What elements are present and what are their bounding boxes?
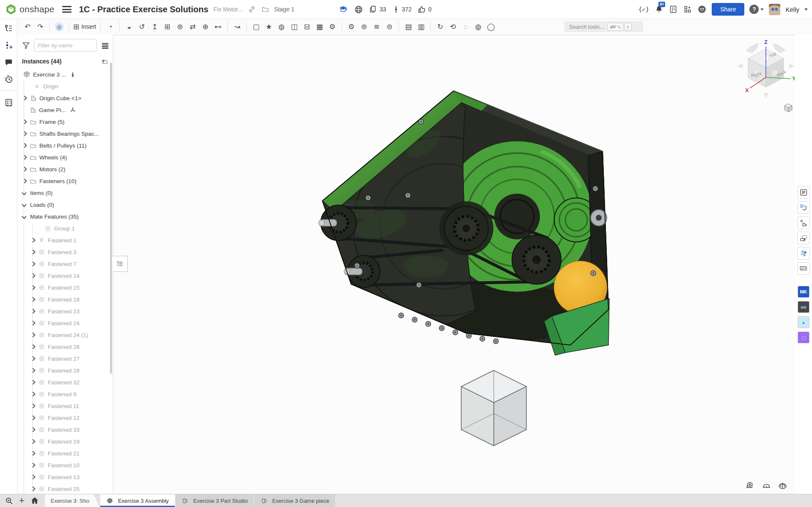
collapse-panel-handle[interactable] bbox=[113, 256, 128, 272]
explode-icon[interactable]: ↻ bbox=[434, 20, 446, 33]
tree-row[interactable]: Fastened 3 bbox=[17, 246, 113, 258]
assembly-render[interactable] bbox=[318, 85, 614, 357]
collaborate-icon[interactable]: ◫ bbox=[288, 20, 300, 33]
add-folder-icon[interactable] bbox=[99, 57, 109, 66]
version-count[interactable]: 372 bbox=[392, 5, 412, 13]
tree-row[interactable]: Fastened 9 bbox=[17, 388, 113, 400]
expand-right-icon[interactable] bbox=[21, 131, 27, 137]
expand-right-icon[interactable] bbox=[21, 166, 27, 172]
expand-right-icon[interactable] bbox=[30, 450, 36, 456]
tree-row[interactable]: Fastened 27 bbox=[17, 353, 113, 364]
named-views-icon[interactable]: ◔ bbox=[104, 20, 116, 33]
expand-right-icon[interactable] bbox=[21, 154, 27, 160]
tree-row[interactable]: Fastened 24 (1) bbox=[17, 329, 113, 341]
expand-down-icon[interactable] bbox=[21, 190, 27, 196]
tree-row[interactable]: Fastened 13 bbox=[17, 471, 113, 483]
tab-exercise-3-assembly[interactable]: Exercise 3 Assembly bbox=[100, 494, 175, 507]
game-piece-cube[interactable] bbox=[458, 369, 530, 449]
tasks-icon[interactable] bbox=[3, 97, 14, 108]
tree-row[interactable]: Fastened 21 bbox=[17, 447, 113, 459]
expand-right-icon[interactable] bbox=[30, 296, 36, 302]
tree-row[interactable]: Motors (2) bbox=[17, 163, 113, 175]
expand-right-icon[interactable] bbox=[30, 356, 36, 362]
tab-exercise-3-part-studio[interactable]: Exercise 3 Part Studio bbox=[176, 494, 254, 507]
tree-row[interactable]: Fastened 7 bbox=[17, 258, 113, 270]
tree-row[interactable]: Fastened 14 bbox=[17, 270, 113, 282]
expand-right-icon[interactable] bbox=[21, 178, 27, 184]
tape-measure-icon[interactable] bbox=[745, 481, 755, 491]
protractor-icon[interactable] bbox=[761, 481, 771, 491]
gear-icon[interactable]: ⊚ bbox=[358, 20, 370, 33]
share-button[interactable]: Share bbox=[712, 3, 744, 16]
pattern-icon[interactable]: ▦ bbox=[313, 20, 326, 33]
expand-right-icon[interactable] bbox=[30, 391, 36, 397]
redo-icon[interactable]: ↷ bbox=[34, 20, 47, 33]
expand-right-icon[interactable] bbox=[21, 119, 27, 125]
expand-right-icon[interactable] bbox=[30, 308, 36, 314]
tree-row[interactable]: Fastened 26 bbox=[17, 341, 113, 353]
tree-row[interactable]: Loads (0) bbox=[17, 199, 113, 211]
home-tab-icon[interactable] bbox=[30, 496, 39, 505]
model-viewport[interactable]: Top Right Back Z Y X bbox=[113, 35, 795, 494]
part-configs-icon[interactable] bbox=[797, 217, 810, 229]
expand-right-icon[interactable] bbox=[21, 143, 27, 148]
relations-gears-icon[interactable]: ⚙ bbox=[326, 20, 339, 33]
selection-box-icon[interactable]: ▢ bbox=[250, 20, 262, 33]
help-icon[interactable]: ? bbox=[749, 5, 759, 14]
tree-row[interactable]: Group 1 bbox=[17, 222, 113, 234]
expand-right-icon[interactable] bbox=[30, 237, 36, 243]
comments-icon[interactable] bbox=[3, 57, 14, 68]
expand-right-icon[interactable] bbox=[30, 415, 36, 421]
bom-insert-icon[interactable]: ▥ bbox=[415, 20, 427, 33]
assistant-icon[interactable] bbox=[697, 5, 707, 14]
filter-funnel-icon[interactable] bbox=[21, 41, 30, 50]
tree-row[interactable]: Fastened 25 bbox=[17, 483, 113, 494]
expand-right-icon[interactable] bbox=[30, 367, 36, 373]
tree-row[interactable]: Fastened 15 bbox=[17, 282, 113, 293]
expand-right-icon[interactable] bbox=[30, 379, 36, 385]
tree-row[interactable]: Frame (5) bbox=[17, 116, 113, 128]
workspace-label[interactable]: Stage 1 bbox=[274, 6, 295, 13]
tree-row[interactable]: Origin Cube <1> bbox=[17, 92, 113, 104]
belt-icon[interactable]: ⊜ bbox=[383, 20, 396, 33]
tree-row[interactable]: Fastened 23 bbox=[17, 305, 113, 317]
education-cap-icon[interactable] bbox=[339, 5, 348, 14]
script-check-icon[interactable]: {✓} bbox=[639, 6, 649, 13]
undo-icon[interactable]: ↶ bbox=[21, 20, 34, 33]
tab-exercise-3-game-piece[interactable]: Exercise 3 Game piece bbox=[254, 494, 335, 507]
snap-mode-icon[interactable]: ↝ bbox=[231, 20, 243, 33]
revolute-mate-icon[interactable]: ↺ bbox=[135, 20, 148, 33]
tree-row[interactable]: Fasteners (10) bbox=[17, 175, 113, 187]
panel-scrollbar[interactable] bbox=[110, 63, 112, 374]
view-options-button[interactable] bbox=[781, 102, 795, 113]
user-caret-icon[interactable] bbox=[804, 8, 808, 11]
globe-icon[interactable] bbox=[354, 5, 363, 14]
section-ring-icon[interactable]: ◌ bbox=[459, 20, 472, 33]
parallel-mate-icon[interactable]: ⇄ bbox=[186, 20, 199, 33]
insert-icon[interactable]: ⊞Insert bbox=[72, 20, 97, 33]
tree-row[interactable]: Fastened 10 bbox=[17, 459, 113, 471]
app-grid-icon[interactable] bbox=[683, 5, 692, 14]
expand-down-icon[interactable] bbox=[21, 214, 27, 219]
tree-row[interactable]: Fastened 19 bbox=[17, 436, 113, 447]
expand-right-icon[interactable] bbox=[30, 462, 36, 468]
link-icon[interactable] bbox=[247, 5, 256, 14]
avatar[interactable] bbox=[769, 4, 780, 15]
tree-row[interactable]: Wheels (4) bbox=[17, 151, 113, 163]
expand-right-icon[interactable] bbox=[30, 249, 36, 255]
expand-right-icon[interactable] bbox=[30, 273, 36, 279]
slider-mate-icon[interactable]: ↥ bbox=[148, 20, 161, 33]
user-name[interactable]: Kelly bbox=[785, 6, 799, 13]
tab-exercise-3-sho[interactable]: Exercise 3: Sho bbox=[45, 494, 99, 507]
add-tab-button[interactable]: + bbox=[19, 496, 25, 505]
app-triangle-icon[interactable]: ▲ bbox=[798, 316, 809, 328]
app-robot-icon[interactable]: oo bbox=[798, 301, 809, 313]
tree-row[interactable]: Shafts Bearings Spac... bbox=[17, 128, 113, 140]
tree-row[interactable]: Belts / Pulleys (11) bbox=[17, 140, 113, 151]
help-menu[interactable]: ? bbox=[749, 5, 764, 14]
tree-row[interactable]: Fastened 1 bbox=[17, 234, 113, 246]
app-mk-icon[interactable]: MK bbox=[798, 286, 809, 298]
animate-icon[interactable]: ⟲ bbox=[446, 20, 459, 33]
expand-right-icon[interactable] bbox=[30, 438, 36, 444]
bom-table-icon[interactable]: ▤ bbox=[402, 20, 415, 33]
